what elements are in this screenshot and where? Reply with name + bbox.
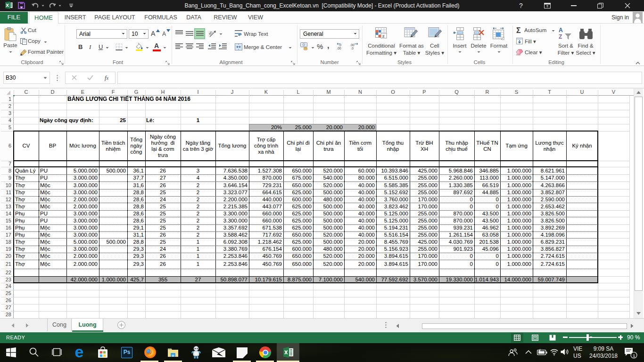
svg-text:A: A: [559, 27, 563, 33]
svg-text:ab: ab: [209, 30, 214, 36]
svg-text:1: 1: [633, 354, 635, 358]
svg-text:.00: .00: [350, 43, 355, 47]
svg-text:.00: .00: [337, 47, 341, 50]
svg-text:.0: .0: [351, 47, 354, 50]
svg-text:≠: ≠: [382, 34, 385, 39]
svg-text:Z: Z: [559, 33, 562, 40]
